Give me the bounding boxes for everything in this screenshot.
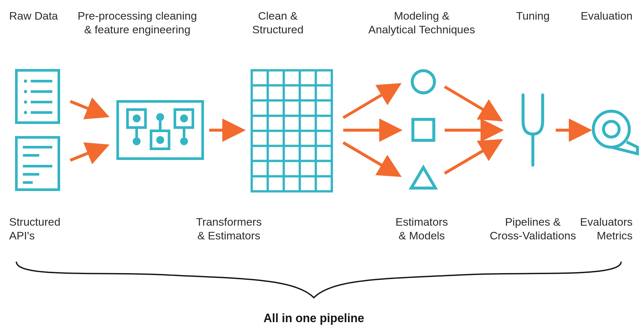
svg-point-1 xyxy=(24,79,27,83)
tuning-fork-icon xyxy=(523,95,543,165)
label-transformers-line2: & Estimators xyxy=(197,229,261,242)
svg-point-19 xyxy=(133,137,141,145)
svg-point-42 xyxy=(603,121,619,137)
label-evaluators-metrics-line2: Metrics xyxy=(597,229,633,242)
label-evaluators-metrics-line1: Evaluators xyxy=(580,216,633,228)
svg-point-21 xyxy=(156,136,164,144)
svg-point-4 xyxy=(24,111,27,114)
arrow-clean-to-triangle xyxy=(343,143,396,173)
svg-point-25 xyxy=(180,114,188,122)
label-modeling-line1: Modeling & xyxy=(394,9,449,22)
label-structured-apis-line2: API's xyxy=(9,229,35,242)
clean-structured-grid-icon xyxy=(252,70,332,191)
raw-data-doc-bullet-icon xyxy=(16,70,59,123)
label-clean-line1: Clean & xyxy=(258,9,298,22)
label-modeling-line2: Analytical Techniques xyxy=(368,23,475,36)
label-structured-apis-line1: Structured xyxy=(9,216,60,228)
svg-point-23 xyxy=(156,113,164,121)
preprocessing-box-icon xyxy=(118,101,203,159)
arrow-triangle-to-tuning xyxy=(445,143,497,173)
svg-point-2 xyxy=(24,90,27,93)
label-clean-line2: Structured xyxy=(252,23,304,36)
label-raw-data: Raw Data xyxy=(9,9,58,22)
svg-point-3 xyxy=(24,100,27,104)
label-tuning: Tuning xyxy=(516,9,550,22)
model-circle-icon xyxy=(412,71,434,93)
arrow-circle-to-tuning xyxy=(445,87,497,118)
label-preprocessing-line2: & feature engineering xyxy=(84,23,190,36)
svg-point-27 xyxy=(180,137,188,145)
model-triangle-icon xyxy=(411,167,435,188)
raw-data-doc-text-icon xyxy=(16,137,59,190)
label-preprocessing-line1: Pre-processing cleaning xyxy=(78,9,197,22)
curly-brace-icon xyxy=(16,262,621,298)
svg-rect-0 xyxy=(16,70,59,123)
label-transformers-line1: Transformers xyxy=(196,216,262,228)
arrow-raw2-to-preprocessing xyxy=(70,147,103,160)
svg-point-17 xyxy=(133,114,141,122)
evaluation-tape-icon xyxy=(593,111,637,154)
arrow-raw1-to-preprocessing xyxy=(70,101,103,114)
label-estimators-models-line1: Estimators xyxy=(396,216,448,228)
label-pipelines-cv-line2: Cross-Validations xyxy=(490,229,576,242)
pipeline-diagram: Raw Data Pre-processing cleaning & featu… xyxy=(0,0,644,331)
arrow-clean-to-circle xyxy=(343,87,396,118)
label-evaluation: Evaluation xyxy=(581,9,633,22)
svg-rect-9 xyxy=(16,137,59,190)
svg-point-41 xyxy=(593,111,629,147)
label-estimators-models-line2: & Models xyxy=(398,229,445,242)
label-pipelines-cv-line1: Pipelines & xyxy=(505,216,561,228)
label-all-in-one-pipeline: All in one pipeline xyxy=(263,311,364,325)
model-square-icon xyxy=(413,119,434,140)
